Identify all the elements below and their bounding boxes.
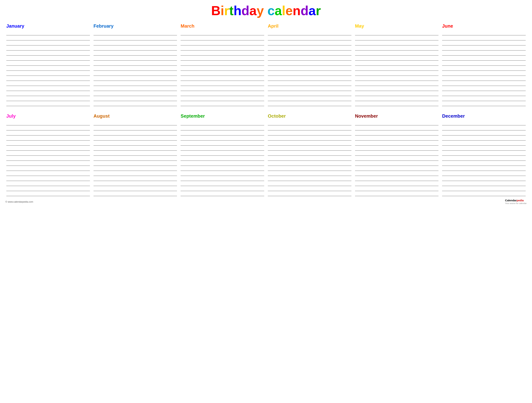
month-header-july: July: [6, 113, 90, 119]
line: [268, 35, 351, 40]
line: [181, 30, 264, 35]
line: [181, 125, 264, 130]
month-header-august: August: [94, 113, 177, 119]
line: [268, 166, 351, 171]
line: [442, 71, 526, 76]
footer-brand: Calendarpedia: [505, 199, 524, 202]
line: [355, 91, 439, 96]
line: [355, 176, 439, 181]
line: [355, 40, 439, 46]
month-column-august: August: [93, 113, 178, 196]
line: [442, 176, 526, 181]
line: [181, 81, 264, 86]
lines-container-march: [181, 30, 264, 106]
line: [355, 35, 439, 40]
line: [355, 166, 439, 171]
line: [355, 96, 439, 101]
line: [355, 76, 439, 81]
footer-brand-calendar: Calendar: [505, 199, 517, 202]
line: [94, 130, 177, 136]
line: [268, 181, 351, 186]
line: [442, 181, 526, 186]
line: [6, 61, 90, 66]
line: [6, 91, 90, 96]
line: [94, 51, 177, 56]
page-title: Birthday calendar: [5, 4, 527, 18]
line: [181, 66, 264, 71]
line: [181, 141, 264, 146]
line: [355, 61, 439, 66]
line: [268, 40, 351, 46]
line: [181, 40, 264, 46]
line: [6, 171, 90, 176]
line: [181, 76, 264, 81]
line: [94, 181, 177, 186]
line: [94, 76, 177, 81]
line: [268, 161, 351, 166]
line: [94, 96, 177, 101]
lines-container-february: [94, 30, 177, 106]
line: [268, 191, 351, 196]
lines-container-july: [6, 120, 90, 196]
line: [442, 56, 526, 61]
footer-tagline: Your source for calendar: [505, 202, 527, 204]
line: [6, 51, 90, 56]
lines-container-august: [94, 120, 177, 196]
line: [355, 161, 439, 166]
month-header-may: May: [355, 23, 439, 29]
line: [181, 191, 264, 196]
line: [181, 96, 264, 101]
month-column-january: January: [5, 23, 91, 106]
month-header-march: March: [181, 23, 264, 29]
line: [355, 151, 439, 156]
line: [442, 40, 526, 46]
line: [442, 35, 526, 40]
line: [181, 166, 264, 171]
line: [181, 181, 264, 186]
line: [268, 176, 351, 181]
line: [442, 101, 526, 106]
line: [181, 71, 264, 76]
month-column-october: October: [267, 113, 352, 196]
lines-container-june: [442, 30, 526, 106]
line: [442, 66, 526, 71]
line: [94, 71, 177, 76]
line: [442, 130, 526, 136]
line: [6, 125, 90, 130]
line: [94, 81, 177, 86]
line: [268, 125, 351, 130]
month-column-june: June: [441, 23, 527, 106]
line: [355, 101, 439, 106]
line: [268, 76, 351, 81]
line: [181, 46, 264, 51]
line: [268, 86, 351, 91]
line: [355, 186, 439, 191]
line: [181, 120, 264, 125]
line: [94, 146, 177, 151]
line: [181, 86, 264, 91]
month-column-may: May: [354, 23, 440, 106]
line: [94, 61, 177, 66]
line: [442, 91, 526, 96]
line: [181, 51, 264, 56]
lines-container-october: [268, 120, 351, 196]
line: [181, 186, 264, 191]
line: [6, 96, 90, 101]
line: [181, 176, 264, 181]
lines-container-september: [181, 120, 264, 196]
line: [6, 130, 90, 136]
line: [355, 81, 439, 86]
line: [442, 186, 526, 191]
line: [181, 130, 264, 136]
line: [94, 166, 177, 171]
month-column-march: March: [180, 23, 265, 106]
line: [181, 91, 264, 96]
lines-container-november: [355, 120, 439, 196]
line: [94, 186, 177, 191]
line: [268, 81, 351, 86]
line: [94, 66, 177, 71]
line: [268, 130, 351, 136]
line: [94, 141, 177, 146]
line: [94, 176, 177, 181]
line: [355, 86, 439, 91]
